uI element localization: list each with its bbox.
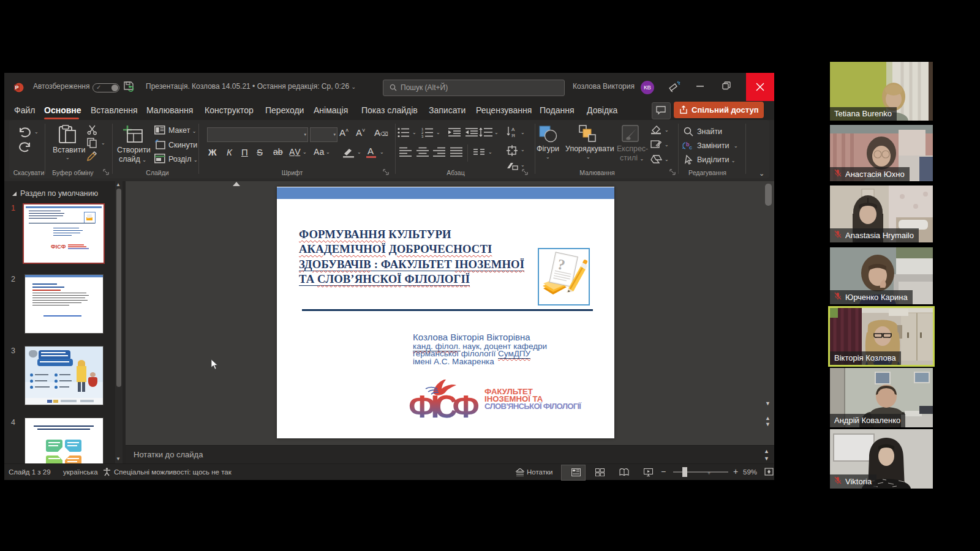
svg-text:Я: Я <box>511 133 515 138</box>
svg-text:c: c <box>689 144 692 151</box>
svg-text:ФІСФ: ФІСФ <box>409 389 480 424</box>
svg-text:СЛОВ’ЯНСЬКОЇ ФІЛОЛОГІЇ: СЛОВ’ЯНСЬКОЇ ФІЛОЛОГІЇ <box>484 402 581 411</box>
svg-text:А: А <box>511 127 515 132</box>
svg-text:3: 3 <box>421 135 424 138</box>
svg-text:P: P <box>15 84 18 91</box>
